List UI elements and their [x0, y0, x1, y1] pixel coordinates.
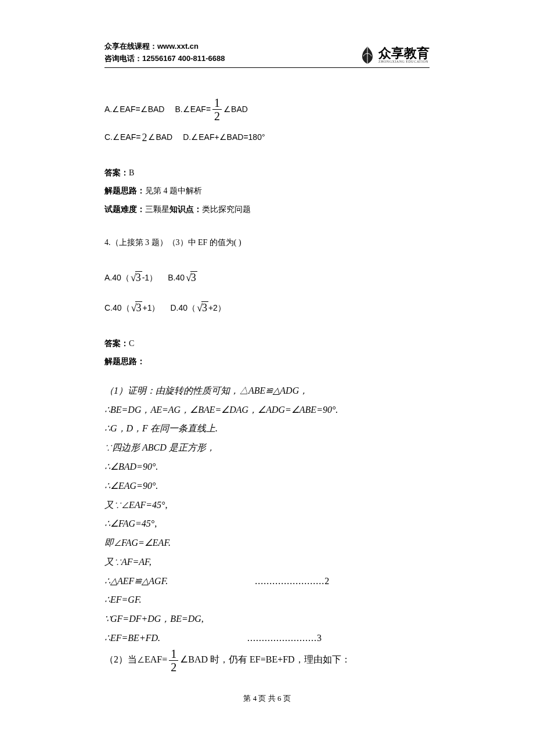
leaf-icon [359, 45, 376, 65]
radicand: 3 [201, 301, 208, 314]
page-footer: 第 4 页 共 6 页 [0, 693, 534, 704]
frac-den: 2 [171, 661, 176, 673]
opt-c-pre: C.∠EAF= [104, 129, 140, 145]
q4-options-row1: A.40（ 3 -1） B.40 3 [104, 268, 430, 287]
radicand: 3 [135, 271, 142, 283]
sqrt-icon: 3 [130, 298, 143, 318]
fraction-icon: 1 2 [212, 97, 222, 122]
q3-option-c: C.∠EAF= 2 ∠BAD [104, 128, 172, 147]
q4a-pre: A.40（ [104, 270, 129, 286]
proof-line-4: ∵四边形 ABCD 是正方形， [104, 438, 430, 458]
q4c-pre: C.40（ [104, 300, 130, 316]
header-line-2: 咨询电话：12556167 400-811-6688 [104, 53, 225, 65]
frac-num: 1 [169, 648, 178, 661]
p15-post: ∠BAD 时，仍有 EF=BE+FD，理由如下： [180, 654, 350, 664]
proof-line-8: ∴∠FAG=45°, [104, 514, 430, 534]
q4a-post: -1） [142, 270, 157, 286]
q3-options-row1: A.∠EAF=∠BAD B.∠EAF= 1 2 ∠BAD [104, 97, 430, 122]
q3-kp-text: 类比探究问题 [202, 205, 251, 214]
opt-b-post: ∠BAD [223, 102, 248, 117]
opt-c-post: ∠BAD [148, 129, 172, 145]
proof-line-5: ∴∠BAD=90°. [104, 458, 430, 477]
exponent-2: 2 [142, 128, 147, 147]
proof-line-6: ∴∠EAG=90°. [104, 477, 430, 496]
dotted-leader: ........................3 [247, 633, 322, 643]
sqrt-icon: 3 [185, 268, 197, 287]
q3-option-b: B.∠EAF= 1 2 ∠BAD [175, 97, 247, 122]
q3-diff-line: 试题难度：三颗星知识点：类比探究问题 [104, 201, 430, 218]
q3-answer-line: 答案：B [104, 165, 430, 181]
proof-line-11: ∴△AEF≌△AGF.........................2 [104, 572, 430, 591]
q4-option-b: B.40 3 [168, 268, 197, 287]
logo-subtext: ZHONGXIANG EDUCATION [378, 60, 430, 63]
q3-answer-value: B [129, 168, 134, 177]
q4-block: 4.（上接第 3 题）（3）中 EF 的值为( ) [104, 235, 430, 251]
p15-pre: （2）当∠EAF= [104, 654, 167, 664]
radicand: 3 [190, 271, 197, 283]
proof-line-3: ∴G，D，F 在同一条直线上. [104, 419, 430, 438]
sqrt-icon: 3 [129, 268, 142, 287]
proof-line-14: ∴EF=BE+FD.........................3 [104, 629, 430, 648]
proof-line-10: 又∵AF=AF, [104, 553, 430, 572]
q3-option-a: A.∠EAF=∠BAD [104, 102, 164, 117]
q4-stem: 4.（上接第 3 题）（3）中 EF 的值为( ) [104, 235, 430, 251]
q3-diff-text: 三颗星 [145, 205, 169, 214]
brand-logo: 众享教育 ZHONGXIANG EDUCATION [359, 45, 430, 65]
answer-label: 答案： [104, 339, 129, 348]
proof-line-2: ∴BE=DG，AE=AG，∠BAE=∠DAG，∠ADG=∠ABE=90°. [104, 401, 430, 420]
radicand: 3 [135, 301, 142, 314]
q4-answer-line: 答案：C [104, 336, 430, 352]
route-label: 解题思路： [104, 357, 145, 366]
sqrt-icon: 3 [196, 298, 208, 318]
difficulty-label: 试题难度： [104, 204, 145, 214]
header-line-1: 众享在线课程：www.xxt.cn [104, 41, 225, 53]
q3-answer-block: 答案：B 解题思路：见第 4 题中解析 试题难度：三颗星知识点：类比探究问题 [104, 165, 430, 218]
q3-route-text: 见第 4 题中解析 [145, 186, 202, 195]
q3-route-line: 解题思路：见第 4 题中解析 [104, 183, 430, 199]
q4d-pre: D.40（ [170, 300, 196, 316]
content-body: A.∠EAF=∠BAD B.∠EAF= 1 2 ∠BAD C.∠EAF= 2 ∠… [104, 97, 430, 673]
q4-answer-block: 答案：C 解题思路： [104, 336, 430, 370]
q3-option-d: D.∠EAF+∠BAD=180° [183, 129, 265, 145]
q4-option-c: C.40（ 3 +1） [104, 298, 160, 318]
answer-label: 答案： [104, 168, 129, 177]
dotted-leader: ........................2 [255, 576, 330, 586]
page-header: 众享在线课程：www.xxt.cn 咨询电话：12556167 400-811-… [104, 41, 430, 68]
q4-option-a: A.40（ 3 -1） [104, 268, 157, 287]
q4-option-d: D.40（ 3 +2） [170, 298, 225, 318]
fraction-icon: 12 [169, 648, 178, 673]
route-label: 解题思路： [104, 186, 145, 195]
q3-options-row2: C.∠EAF= 2 ∠BAD D.∠EAF+∠BAD=180° [104, 128, 430, 147]
proof-body: （1）证明：由旋转的性质可知，△ABE≌△ADG， ∴BE=DG，AE=AG，∠… [104, 381, 430, 673]
proof-line-15: （2）当∠EAF=12∠BAD 时，仍有 EF=BE+FD，理由如下： [104, 648, 430, 673]
proof-line-1: （1）证明：由旋转的性质可知，△ABE≌△ADG， [104, 381, 430, 401]
q4c-post: +1） [142, 300, 160, 316]
proof-line-7: 又∵∠EAF=45°, [104, 496, 430, 515]
q4-options-row2: C.40（ 3 +1） D.40（ 3 +2） [104, 298, 430, 318]
q4-route-line: 解题思路： [104, 354, 430, 370]
frac-den: 2 [214, 110, 220, 122]
opt-b-pre: B.∠EAF= [175, 102, 211, 117]
proof-line-9: 即∠FAG=∠EAF. [104, 534, 430, 553]
knowledge-label: 知识点： [169, 204, 202, 214]
frac-num: 1 [212, 97, 222, 110]
proof-line-12: ∴EF=GF. [104, 591, 430, 610]
q4-answer-value: C [129, 339, 134, 348]
header-info: 众享在线课程：www.xxt.cn 咨询电话：12556167 400-811-… [104, 41, 225, 65]
logo-text: 众享教育 [378, 47, 430, 60]
q4d-post: +2） [208, 300, 226, 316]
proof-line-13: ∵GF=DF+DG，BE=DG, [104, 610, 430, 629]
q4b-pre: B.40 [168, 270, 185, 286]
